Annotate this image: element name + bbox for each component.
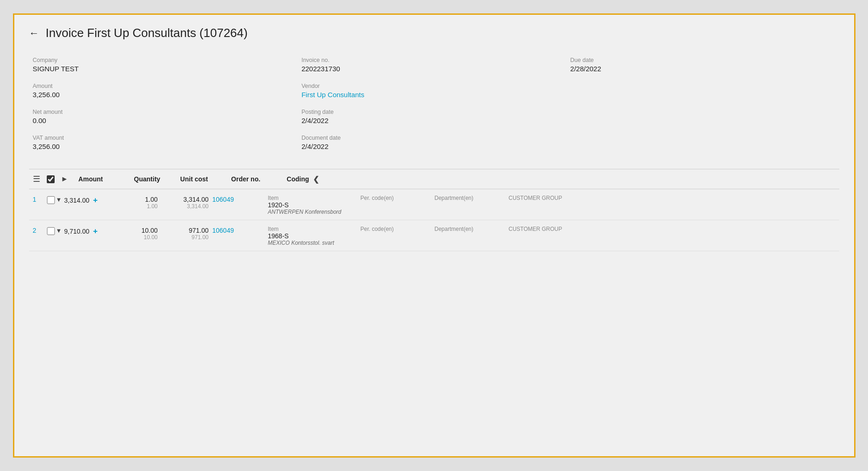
col-header-coding: Coding ❮ [287, 175, 379, 184]
row-percode-1: Per. code(en) [361, 194, 435, 201]
main-container: ← Invoice First Up Consultants (107264) … [13, 13, 856, 458]
vendor-field: Vendor First Up Consultants [301, 83, 570, 99]
vendor-link[interactable]: First Up Consultants [301, 91, 364, 99]
row-coding-2: Item 1968-S MEXICO Kontorsstol. svart [268, 225, 361, 246]
vat-amount-field: VAT amount 3,256.00 [33, 135, 302, 150]
col-header-amount: Amount [78, 175, 134, 183]
row-checkbox-1[interactable] [46, 196, 56, 204]
document-date-label: Document date [301, 135, 570, 141]
info-col-2: Invoice no. 2202231730 Vendor First Up C… [301, 57, 570, 150]
row-orderno-2: 106049 [212, 225, 268, 234]
col-header-unitcost: Unit cost [180, 175, 231, 183]
row-coding-1: Item 1920-S ANTWERPEN Konferensbord [268, 194, 361, 215]
info-col-1: Company SIGNUP TEST Amount 3,256.00 Net … [33, 57, 302, 150]
invoice-no-field: Invoice no. 2202231730 [301, 57, 570, 73]
order-link-2[interactable]: 106049 [212, 227, 234, 234]
row-unitcost-1: 3,314.00 3,314.00 [162, 194, 212, 210]
posting-date-label: Posting date [301, 109, 570, 115]
company-value: SIGNUP TEST [33, 65, 302, 73]
posting-date-value: 2/4/2022 [301, 117, 570, 124]
col-header-orderno: Order no. [231, 175, 287, 183]
vat-amount-label: VAT amount [33, 135, 302, 141]
col-header-quantity: Quantity [134, 175, 180, 183]
back-button[interactable]: ← [29, 27, 39, 39]
company-label: Company [33, 57, 302, 63]
row-add-2[interactable]: + [93, 227, 98, 236]
table-toolbar: ☰ ► Amount Quantity Unit cost Order no. … [29, 169, 839, 189]
posting-date-field: Posting date 2/4/2022 [301, 109, 570, 124]
amount-field: Amount 3,256.00 [33, 83, 302, 99]
row-custgroup-1: CUSTOMER GROUP [509, 194, 592, 201]
info-grid: Company SIGNUP TEST Amount 3,256.00 Net … [29, 57, 839, 150]
page-header: ← Invoice First Up Consultants (107264) [29, 26, 839, 40]
column-headers: Amount Quantity Unit cost Order no. Codi… [75, 175, 379, 184]
select-all-checkbox[interactable] [47, 175, 55, 183]
row-amount-1: 3,314.00 + [64, 194, 115, 205]
page-title: Invoice First Up Consultants (107264) [46, 26, 248, 40]
net-amount-field: Net amount 0.00 [33, 109, 302, 124]
document-date-field: Document date 2/4/2022 [301, 135, 570, 150]
amount-label: Amount [33, 83, 302, 89]
coding-collapse-icon[interactable]: ❮ [313, 175, 319, 184]
row-checkbox-2[interactable] [46, 227, 56, 235]
due-date-value: 2/28/2022 [570, 65, 839, 73]
row-number-2: 2 [33, 225, 46, 234]
table-section: ☰ ► Amount Quantity Unit cost Order no. … [29, 169, 839, 251]
row-number-1: 1 [33, 194, 46, 203]
vat-amount-value: 3,256.00 [33, 143, 302, 150]
row-qty-2: 10.00 10.00 [115, 225, 162, 241]
row-percode-2: Per. code(en) [361, 225, 435, 232]
row-expand-2[interactable]: ▼ [56, 225, 64, 234]
invoice-no-value: 2202231730 [301, 65, 570, 73]
due-date-field: Due date 2/28/2022 [570, 57, 839, 73]
table-row: 1 ▼ 3,314.00 + 1.00 1.00 3,314.00 3,314.… [29, 189, 839, 220]
net-amount-label: Net amount [33, 109, 302, 115]
row-qty-1: 1.00 1.00 [115, 194, 162, 210]
order-link-1[interactable]: 106049 [212, 196, 234, 203]
row-custgroup-2: CUSTOMER GROUP [509, 225, 592, 232]
row-unitcost-2: 971.00 971.00 [162, 225, 212, 241]
info-col-3: Due date 2/28/2022 [570, 57, 839, 150]
row-dept-2: Department(en) [435, 225, 509, 232]
document-date-value: 2/4/2022 [301, 143, 570, 150]
due-date-label: Due date [570, 57, 839, 63]
net-amount-value: 0.00 [33, 117, 302, 124]
company-field: Company SIGNUP TEST [33, 57, 302, 73]
row-orderno-1: 106049 [212, 194, 268, 203]
invoice-no-label: Invoice no. [301, 57, 570, 63]
row-amount-2: 9,710.00 + [64, 225, 115, 236]
amount-value: 3,256.00 [33, 91, 302, 99]
row-add-1[interactable]: + [93, 196, 98, 205]
vendor-label: Vendor [301, 83, 570, 89]
filter-icon[interactable]: ☰ [33, 174, 40, 184]
expand-icon[interactable]: ► [61, 175, 69, 183]
row-expand-1[interactable]: ▼ [56, 194, 64, 203]
row-dept-1: Department(en) [435, 194, 509, 201]
table-row: 2 ▼ 9,710.00 + 10.00 10.00 971.00 971.00… [29, 220, 839, 251]
